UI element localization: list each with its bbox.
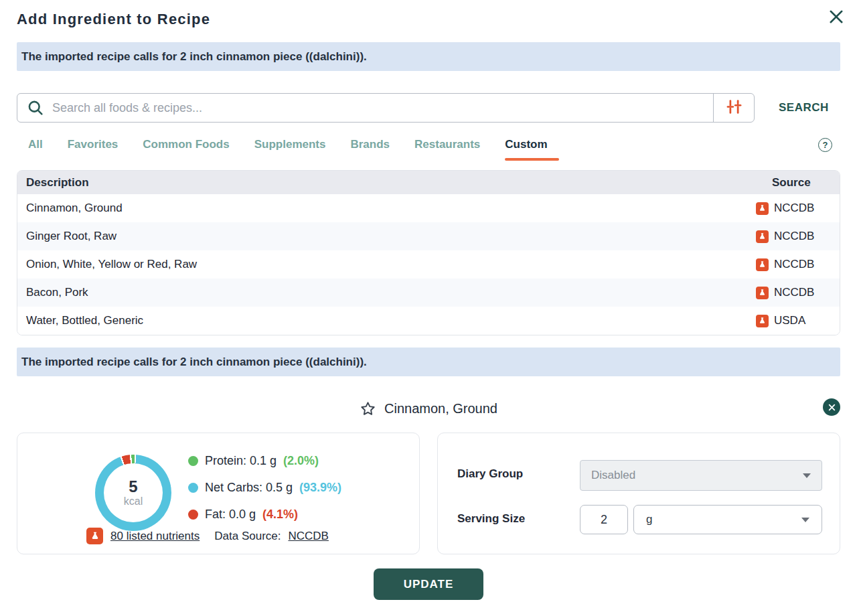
calorie-donut-chart: 5 kcal <box>95 455 171 531</box>
energy-value: 5 <box>129 478 137 495</box>
add-ingredient-modal: Add Ingredient to Recipe The imported re… <box>0 0 857 616</box>
table-row[interactable]: Ginger Root, Raw NCCDB <box>17 222 840 250</box>
description-column-header: Description <box>26 176 756 189</box>
diary-group-label: Diary Group <box>457 467 523 481</box>
serving-form-card: Diary Group Disabled Serving Size g <box>437 433 840 554</box>
food-description: Bacon, Pork <box>26 286 756 299</box>
protein-row: Protein: 0.1 g (2.0%) <box>188 447 341 474</box>
search-filters-button[interactable] <box>714 94 754 122</box>
serving-size-label: Serving Size <box>457 512 525 526</box>
nutrition-summary-card: 5 kcal Protein: 0.1 g (2.0%) Net Carbs: … <box>17 433 420 554</box>
protein-percent: (2.0%) <box>283 454 319 468</box>
listed-nutrients-link[interactable]: 80 listed nutrients <box>110 530 200 543</box>
flask-icon <box>756 230 769 243</box>
food-description: Water, Bottled, Generic <box>26 314 756 327</box>
net-carbs-label: Net Carbs: 0.5 g <box>205 481 293 495</box>
fat-label: Fat: 0.0 g <box>205 508 256 522</box>
import-note-banner: The imported recipe calls for 2 inch cin… <box>17 348 840 376</box>
chevron-down-icon <box>803 473 811 478</box>
search-icon <box>26 98 45 117</box>
serving-amount-input[interactable] <box>580 505 628 534</box>
fat-dot <box>188 510 198 520</box>
tab-custom[interactable]: Custom <box>505 138 547 155</box>
source-label: NCCDB <box>774 230 814 243</box>
fat-row: Fat: 0.0 g (4.1%) <box>188 501 341 528</box>
modal-close-icon[interactable] <box>826 7 846 27</box>
deselect-food-icon[interactable] <box>823 398 840 416</box>
update-button[interactable]: UPDATE <box>374 568 483 600</box>
food-category-tabs: All Favorites Common Foods Supplements B… <box>17 138 840 161</box>
table-row[interactable]: Bacon, Pork NCCDB <box>17 279 840 307</box>
favorite-star-icon[interactable] <box>360 400 376 417</box>
search-input[interactable] <box>45 94 713 122</box>
protein-dot <box>188 456 198 466</box>
flask-icon <box>756 287 769 299</box>
source-label: NCCDB <box>774 258 814 271</box>
net-carbs-percent: (93.9%) <box>299 481 341 495</box>
search-box <box>17 93 755 123</box>
page-title: Add Ingredient to Recipe <box>17 0 840 28</box>
search-button[interactable]: SEARCH <box>779 101 829 114</box>
data-source-label: Data Source: <box>214 530 281 543</box>
search-row: SEARCH <box>17 93 840 123</box>
serving-unit-select[interactable]: g <box>633 505 822 534</box>
food-description: Cinnamon, Ground <box>26 202 756 215</box>
table-row[interactable]: Onion, White, Yellow or Red, Raw NCCDB <box>17 250 840 279</box>
source-label: USDA <box>774 314 805 327</box>
source-label: NCCDB <box>774 202 814 215</box>
tab-common-foods[interactable]: Common Foods <box>143 138 229 155</box>
diary-group-value: Disabled <box>591 469 635 482</box>
flask-icon <box>756 202 769 215</box>
serving-unit-value: g <box>646 513 652 526</box>
food-description: Onion, White, Yellow or Red, Raw <box>26 258 756 271</box>
diary-group-select[interactable]: Disabled <box>580 460 822 491</box>
chevron-down-icon <box>801 518 809 522</box>
table-header: Description Source <box>17 171 840 194</box>
selected-food-header: Cinnamon, Ground <box>17 396 840 420</box>
data-source-link[interactable]: NCCDB <box>288 530 328 543</box>
food-description: Ginger Root, Raw <box>26 230 756 243</box>
filter-sliders-icon <box>725 98 743 119</box>
tab-restaurants[interactable]: Restaurants <box>414 138 480 155</box>
macro-list: Protein: 0.1 g (2.0%) Net Carbs: 0.5 g (… <box>188 447 341 528</box>
selected-food-name: Cinnamon, Ground <box>384 401 497 416</box>
tab-favorites[interactable]: Favorites <box>68 138 119 155</box>
source-label: NCCDB <box>774 286 814 299</box>
net-carbs-row: Net Carbs: 0.5 g (93.9%) <box>188 474 341 501</box>
energy-unit: kcal <box>124 495 143 508</box>
net-carbs-dot <box>188 483 198 493</box>
fat-percent: (4.1%) <box>262 508 298 522</box>
protein-label: Protein: 0.1 g <box>205 454 277 468</box>
import-note-banner: The imported recipe calls for 2 inch cin… <box>17 42 840 71</box>
tab-supplements[interactable]: Supplements <box>254 138 326 155</box>
source-column-header: Source <box>756 176 831 189</box>
table-row[interactable]: Water, Bottled, Generic USDA <box>17 307 840 335</box>
tab-brands[interactable]: Brands <box>350 138 390 155</box>
search-results-table: Description Source Cinnamon, Ground NCCD… <box>17 170 840 335</box>
tab-all[interactable]: All <box>28 138 43 155</box>
flask-icon <box>756 315 769 327</box>
import-note-text: The imported recipe calls for 2 inch cin… <box>21 50 367 64</box>
flask-icon <box>756 258 769 271</box>
import-note-text: The imported recipe calls for 2 inch cin… <box>21 356 367 369</box>
table-row[interactable]: Cinnamon, Ground NCCDB <box>17 194 840 222</box>
help-icon[interactable]: ? <box>818 138 832 152</box>
